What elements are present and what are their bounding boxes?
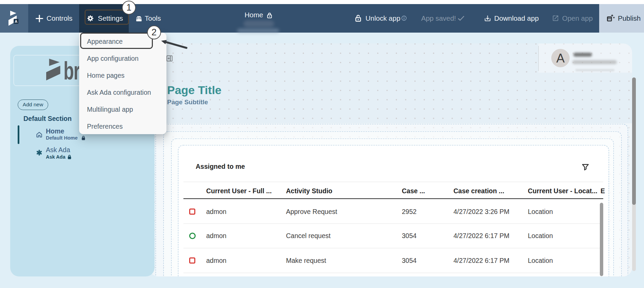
- table-cell: Location: [528, 200, 553, 223]
- lock-icon-small: [82, 136, 85, 140]
- table-scrollbar[interactable]: [600, 203, 603, 276]
- table-cell: 2952: [402, 200, 416, 223]
- page-tab-label: Home: [245, 8, 263, 22]
- publish-button[interactable]: Publish: [599, 4, 644, 33]
- table-cell: Approve Request: [286, 200, 337, 223]
- divider: [538, 46, 539, 71]
- avatar[interactable]: A: [551, 49, 570, 67]
- column-header[interactable]: Activity Studio: [286, 186, 333, 196]
- lock-icon-small: [68, 155, 71, 159]
- blurred-user-meta: [575, 69, 614, 71]
- column-header[interactable]: Case creation ...: [453, 186, 504, 196]
- download-app-button[interactable]: Download app: [482, 4, 539, 33]
- unlock-app-label: Unlock app: [365, 4, 400, 33]
- page-item-title: Home: [46, 128, 64, 134]
- canvas-scrollbar-thumb[interactable]: [632, 77, 636, 205]
- asterisk-icon: [36, 149, 42, 156]
- green-circle-status-icon: [189, 233, 196, 239]
- menu-item-multilingual-app[interactable]: Multilingual app: [87, 101, 133, 118]
- page-subtitle: Page Subtitle: [167, 98, 208, 106]
- settings-label: Settings: [98, 4, 123, 33]
- controls-button[interactable]: Controls: [28, 4, 79, 33]
- table-cell: admon: [206, 224, 227, 248]
- gear-icon: [87, 15, 94, 22]
- assigned-table-card: Assigned to me Current User - Full ... A…: [179, 146, 608, 276]
- publish-label: Publish: [618, 4, 641, 33]
- table-title: Assigned to me: [196, 162, 245, 170]
- table-row[interactable]: admon Cancel request 3054 4/27/2022 6:17…: [183, 224, 603, 248]
- table-cell: 3054: [402, 224, 416, 248]
- annotation-step-2: 2: [147, 25, 161, 39]
- info-icon[interactable]: [401, 16, 407, 21]
- table-cell: 3054: [402, 248, 416, 273]
- table-cell: Location: [528, 248, 553, 273]
- divider: [183, 182, 603, 182]
- blurred-app-name: [244, 20, 274, 27]
- column-header[interactable]: E: [601, 186, 605, 196]
- status-icon-red: [189, 248, 195, 273]
- app-saved-label: App saved!: [421, 4, 456, 33]
- open-app-button[interactable]: Open app: [550, 4, 595, 33]
- menu-item-home-pages[interactable]: Home pages: [87, 67, 125, 84]
- open-in-new-icon: [552, 15, 559, 22]
- page-item-subtitle: Ask Ada: [46, 154, 65, 160]
- download-app-label: Download app: [494, 4, 539, 33]
- home-icon: [36, 131, 42, 138]
- plus-icon: [35, 15, 43, 22]
- blurred-user-email: [572, 60, 617, 64]
- table-cell: 4/27/2022 3:26 PM: [453, 200, 509, 223]
- status-icon-green: [189, 224, 196, 248]
- column-header[interactable]: Case ...: [402, 186, 425, 196]
- selected-indicator: [18, 125, 19, 144]
- table-row[interactable]: admon Make request 3054 4/27/2022 6:17 P…: [183, 248, 603, 273]
- sidebar-logo-text: br: [64, 59, 80, 82]
- page-title: Page Title: [167, 83, 221, 97]
- filter-icon[interactable]: [582, 163, 589, 170]
- brand-logo-icon: A: [8, 11, 19, 26]
- sidebar-item-ask-ada[interactable]: [24, 145, 149, 162]
- red-square-status-icon: [189, 209, 195, 215]
- table-cell: Make request: [286, 248, 326, 273]
- annotation-arrow: [156, 37, 190, 52]
- section-header: Default Section: [23, 115, 72, 122]
- page-item-title: Ask Ada: [46, 146, 70, 153]
- brand-logo-icon-gray: [46, 58, 61, 80]
- unlock-app-button[interactable]: Unlock app: [353, 4, 409, 33]
- download-icon: [484, 15, 491, 22]
- annotation-highlight-box: [80, 33, 153, 49]
- publish-icon: [606, 14, 615, 23]
- table-cell: 4/27/2022 6:17 PM: [453, 224, 509, 248]
- table-cell: admon: [206, 248, 227, 273]
- table-cell: Cancel request: [286, 224, 330, 248]
- lock-open-icon: [355, 15, 362, 22]
- add-new-button[interactable]: Add new: [18, 100, 48, 110]
- open-app-label: Open app: [562, 4, 593, 33]
- collapse-sidebar-icon[interactable]: [166, 55, 173, 61]
- annotation-step-1: 1: [122, 1, 136, 15]
- menu-item-ask-ada-configuration[interactable]: Ask Ada configuration: [87, 84, 151, 101]
- column-header[interactable]: Current User - Locat...: [528, 186, 597, 196]
- page-item-subtitle: Default Home: [46, 135, 77, 141]
- settings-button[interactable]: Settings: [79, 4, 129, 33]
- menu-item-app-configuration[interactable]: App configuration: [87, 50, 139, 67]
- table-cell: Location: [528, 224, 553, 248]
- svg-text:A: A: [15, 19, 17, 23]
- red-square-status-icon: [189, 257, 195, 264]
- divider: [183, 198, 603, 199]
- top-strip: [0, 0, 644, 4]
- table-cell: admon: [206, 200, 227, 223]
- app-logo-tile[interactable]: A: [0, 4, 28, 33]
- check-icon: [458, 15, 465, 21]
- page-canvas: Page Title Page Subtitle A Assigned to m…: [149, 43, 632, 276]
- column-header[interactable]: Current User - Full ...: [206, 186, 272, 196]
- top-navbar: A Controls: [0, 4, 644, 33]
- lock-icon: [267, 13, 272, 18]
- menu-item-preferences[interactable]: Preferences: [87, 118, 123, 135]
- status-icon-red: [189, 200, 195, 223]
- blurred-user-name: [573, 53, 592, 57]
- table-row[interactable]: admon Approve Request 2952 4/27/2022 3:2…: [183, 200, 603, 224]
- table-cell: 4/27/2022 6:17 PM: [453, 248, 509, 273]
- blurred-tooltip: [237, 29, 279, 33]
- toolbox-icon: [135, 15, 143, 22]
- app-saved-status: App saved!: [418, 4, 469, 33]
